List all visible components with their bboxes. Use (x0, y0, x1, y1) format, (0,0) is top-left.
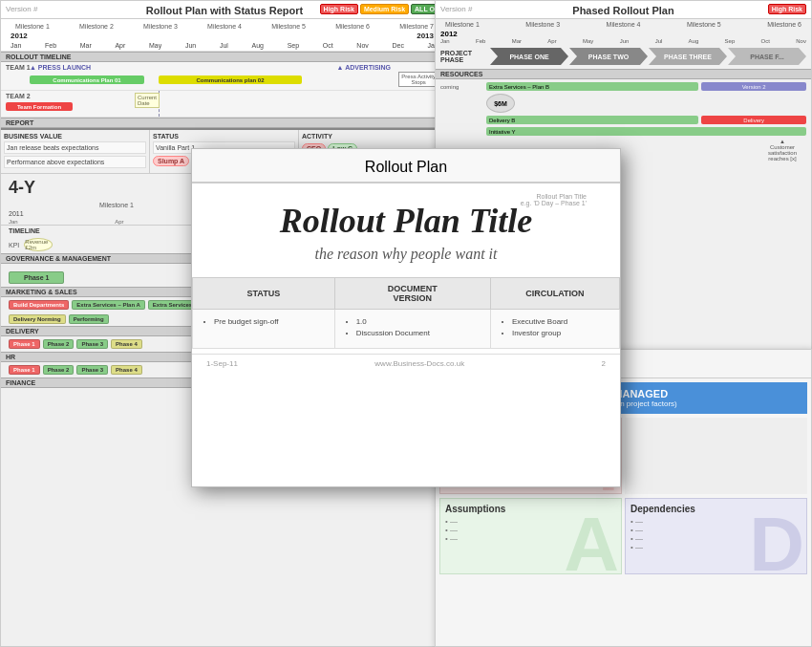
team1-row: TEAM 1 ▲ PRESS LAUNCH ▲ ADVERTISING Comm… (1, 62, 448, 91)
circulation-cell: Executive Board Investor group (490, 309, 619, 348)
revenue-kpi: Revenue £2m (24, 238, 53, 251)
right-doc-version: Version # (440, 5, 472, 13)
circulation-header: CIRCULATION (490, 277, 619, 309)
right-doc-title-bar: Version # Phased Rollout Plan High Risk (436, 1, 811, 19)
extra-services-a-pill: Extra Services – Plan A (72, 300, 144, 310)
phase-four-arrow: PHASE F... (728, 48, 806, 65)
right-high-risk-badge: High Risk (768, 4, 806, 14)
status-header: STATUS (193, 277, 335, 309)
hr-phase3: Phase 3 (76, 365, 108, 375)
build-depts-pill: Build Departments (9, 300, 69, 310)
phase-arrows: PHASE ONE PHASE TWO PHASE THREE PHASE F.… (490, 48, 806, 65)
team2-row: TEAM 2 Team Formation CurrentDate (1, 91, 448, 118)
hr-phase1: Phase 1 (9, 365, 40, 375)
rollout-plan-title-label: Rollout Plan Titlee.g. 'D Day – Phase 1' (521, 193, 587, 206)
team-formation-bar: Team Formation (6, 102, 73, 111)
hr-phase4: Phase 4 (111, 365, 142, 375)
delivery-phase2: Phase 2 (43, 339, 75, 349)
version2-bar: Version 2 (701, 82, 806, 91)
left-doc-title: Rollout Plan with Status Report (146, 5, 303, 16)
empty-card (625, 418, 807, 494)
left-doc-version: Version # (6, 5, 37, 13)
right-doc-title: Phased Rollout Plan (572, 5, 673, 16)
big-a-letter: A (564, 507, 619, 574)
dollar-circle: $6M (486, 94, 515, 113)
press-activity-box: Press ActivityStops (398, 72, 438, 87)
comm-bar-2: Communications plan 02 (159, 75, 302, 84)
performing-pill: Performing (69, 314, 109, 324)
resource-row-1: coming Extra Services – Plan B Version 2 (440, 82, 806, 91)
business-value-col: BUSINESS VALUE Jan release beats expecta… (1, 130, 150, 173)
med-risk-badge: Medium Risk (360, 4, 409, 14)
modal-header: Rollout Plan (192, 149, 620, 183)
milestones-row: Milestone 1 Milestone 2 Milestone 3 Mile… (6, 21, 443, 32)
status-pill-1: Slump A (153, 156, 189, 166)
phase1-governance: Phase 1 (9, 271, 64, 284)
rollout-timeline-header: ROLLOUT TIMELINE (1, 52, 448, 62)
months-row: JanFeb MarApr MayJun JulAug SepOct NovDe… (6, 42, 443, 49)
version-cell: 1.0 Discussion Document (334, 309, 490, 348)
team2-label: TEAM 2 (6, 93, 443, 99)
modal-footer: 1-Sep-11 www.Business-Docs.co.uk 2 (192, 354, 620, 373)
delivery-phase3: Phase 3 (76, 339, 108, 349)
project-phase-row: PROJECT PHASE PHASE ONE PHASE TWO PHASE … (436, 44, 811, 69)
modal-plan-subtitle: the reason why people want it (221, 246, 591, 263)
resource-row-3: Delivery B Delivery (440, 116, 806, 124)
left-doc-badges: High Risk Medium Risk ALL OK (320, 4, 443, 14)
project-phase-label: PROJECT PHASE (440, 50, 488, 63)
resource-row-2: $6M (440, 94, 806, 113)
right-doc-badges: High Risk (768, 4, 806, 14)
delivery-norming-pill: Delivery Norming (9, 314, 66, 324)
assumptions-card: Assumptions • — • — • — A (439, 498, 622, 574)
right-milestones: Milestone 1 Milestone 3 Milestone 4 Mile… (436, 19, 811, 30)
resources-header: RESOURCES (436, 69, 811, 79)
year-labels: 2012 2013 (6, 32, 443, 42)
big-d-letter: D (749, 507, 804, 574)
modal-table: STATUS DOCUMENTVERSION CIRCULATION Pre b… (192, 277, 620, 349)
modal-plan-title: Rollout Plan Title (221, 203, 591, 241)
phase-three-arrow: PHASE THREE (649, 48, 727, 65)
delivery-phase4: Phase 4 (111, 339, 142, 349)
high-risk-badge: High Risk (320, 4, 358, 14)
dependencies-card: Dependencies • — • — • — • — D (625, 498, 807, 574)
modal-header-title: Rollout Plan (365, 159, 447, 175)
footer-date: 1-Sep-11 (206, 359, 238, 368)
left-timeline-area: Milestone 1 Milestone 2 Milestone 3 Mile… (1, 19, 448, 52)
comm-bar-1: Communications Plan 01 (30, 75, 144, 84)
modal-title-area: Rollout Plan Titlee.g. 'D Day – Phase 1'… (192, 183, 620, 277)
left-doc-title-bar: Version # Rollout Plan with Status Repor… (1, 1, 448, 19)
footer-page: 2 (602, 359, 606, 368)
report-item-2: Performance above expectations (4, 156, 146, 168)
report-item-1: Jan release beats expectations (4, 141, 146, 154)
resource-row-4: Initiative Y (440, 127, 806, 136)
summary-grid-2: Assumptions • — • — • — A Dependencies •… (436, 494, 811, 574)
report-header: REPORT (1, 118, 448, 128)
rollout-plan-modal: Rollout Plan Rollout Plan Titlee.g. 'D D… (191, 148, 621, 487)
initiative-y-bar: Initiative Y (486, 127, 806, 136)
phase-two-arrow: PHASE TWO (569, 48, 648, 65)
hr-phase2: Phase 2 (43, 365, 75, 375)
right-year-row: 2012 (436, 30, 811, 38)
table-row: Pre budget sign-off 1.0 Discussion Docum… (193, 309, 620, 348)
phase-one-arrow: PHASE ONE (490, 48, 568, 65)
extra-services-b-bar: Extra Services – Plan B (486, 82, 698, 91)
delivery-bar: Delivery (701, 116, 806, 124)
footer-website: www.Business-Docs.co.uk (374, 359, 464, 368)
delivery-phase1: Phase 1 (9, 339, 40, 349)
doc-version-header: DOCUMENTVERSION (334, 277, 490, 309)
current-date-box: CurrentDate (135, 93, 160, 108)
delivery-b-bar: Delivery B (486, 116, 698, 124)
status-cell: Pre budget sign-off (193, 309, 335, 348)
